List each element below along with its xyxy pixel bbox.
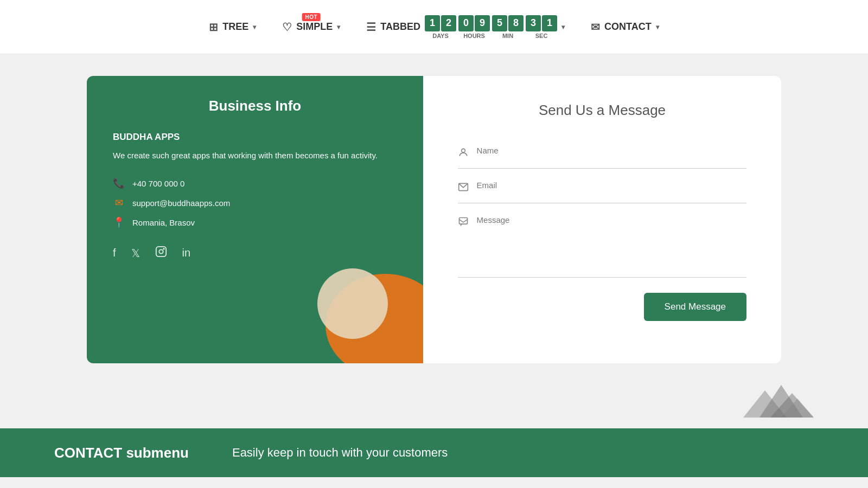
tabbed-chevron-icon: ▾ xyxy=(561,23,565,31)
tabbed-icon: ☰ xyxy=(366,21,376,34)
location-icon: 📍 xyxy=(113,216,125,228)
twitter-icon[interactable]: 𝕏 xyxy=(131,247,140,260)
nav-tree-label: TREE xyxy=(222,21,248,33)
countdown-sec-digits: 3 1 xyxy=(526,15,557,31)
phone-icon: 📞 xyxy=(113,177,125,189)
sec-label: SEC xyxy=(535,33,548,39)
countdown: 1 2 DAYS 0 9 HOURS 5 8 MIN xyxy=(425,15,557,39)
svg-rect-0 xyxy=(156,247,165,256)
email-address: support@buddhaapps.com xyxy=(132,198,230,208)
contact-info: 📞 +40 700 000 0 ✉ support@buddhaapps.com… xyxy=(113,177,397,228)
location-row: 📍 Romania, Brasov xyxy=(113,216,397,228)
hours-digit-1: 0 xyxy=(458,15,474,31)
footer: CONTACT submenu Easily keep in touch wit… xyxy=(0,428,868,477)
countdown-days-group: 1 2 DAYS xyxy=(425,15,456,39)
days-digit-1: 1 xyxy=(425,15,440,31)
email-icon: ✉ xyxy=(113,197,125,209)
company-description: We create such great apps that working w… xyxy=(113,149,397,162)
message-icon xyxy=(458,216,469,230)
tree-chevron-icon: ▾ xyxy=(253,23,256,31)
phone-number: +40 700 000 0 xyxy=(132,179,184,188)
name-input[interactable] xyxy=(477,146,746,155)
social-icons: f 𝕏 in xyxy=(113,246,397,260)
name-field-row xyxy=(458,138,746,169)
heart-icon: ♡ xyxy=(282,21,292,34)
send-button-row: Send Message xyxy=(458,293,746,321)
nav-contact-label: CONTACT xyxy=(604,21,652,33)
email-row: ✉ support@buddhaapps.com xyxy=(113,197,397,209)
svg-point-4 xyxy=(317,268,388,339)
svg-point-5 xyxy=(462,149,465,152)
simple-chevron-icon: ▾ xyxy=(337,23,340,31)
countdown-days-digits: 1 2 xyxy=(425,15,456,31)
contact-form-area: Send Us a Message xyxy=(423,76,781,363)
nav-tabbed-label: TABBED xyxy=(380,21,420,33)
company-name: BUDDHA APPS xyxy=(113,132,397,143)
sec-digit-1: 3 xyxy=(526,15,541,31)
email-field-icon xyxy=(458,182,469,195)
countdown-sec-group: 3 1 SEC xyxy=(526,15,557,39)
envelope-icon: ✉ xyxy=(591,21,600,34)
email-field-row xyxy=(458,173,746,203)
tree-icon: ⊞ xyxy=(209,21,218,34)
countdown-hours-digits: 0 9 xyxy=(458,15,490,31)
mountain-area xyxy=(0,374,868,418)
message-textarea[interactable] xyxy=(477,215,746,269)
svg-point-2 xyxy=(163,248,164,249)
message-field-row xyxy=(458,208,746,278)
footer-subtitle: Easily keep in touch with your customers xyxy=(232,446,448,460)
email-input[interactable] xyxy=(477,181,746,190)
user-icon xyxy=(458,147,469,160)
form-title: Send Us a Message xyxy=(458,102,746,119)
location-text: Romania, Brasov xyxy=(132,218,195,227)
hours-digit-2: 9 xyxy=(475,15,490,31)
phone-row: 📞 +40 700 000 0 xyxy=(113,177,397,189)
linkedin-icon[interactable]: in xyxy=(182,247,191,259)
navbar: ⊞ TREE ▾ HOT ♡ SIMPLE ▾ ☰ TABBED 1 2 DAY… xyxy=(0,0,868,54)
main-content: Business Info BUDDHA APPS We create such… xyxy=(54,54,814,374)
mountain-decoration xyxy=(727,374,835,418)
contact-chevron-icon: ▾ xyxy=(656,23,659,31)
days-digit-2: 2 xyxy=(441,15,456,31)
svg-point-1 xyxy=(159,249,163,253)
send-message-button[interactable]: Send Message xyxy=(644,293,746,321)
hot-badge: HOT xyxy=(302,13,321,21)
sec-digit-2: 1 xyxy=(542,15,557,31)
days-label: DAYS xyxy=(432,33,449,39)
countdown-min-group: 5 8 MIN xyxy=(492,15,524,39)
nav-simple[interactable]: HOT ♡ SIMPLE ▾ xyxy=(282,21,340,34)
nav-tabbed[interactable]: ☰ TABBED 1 2 DAYS 0 9 HOURS 5 xyxy=(366,15,565,39)
hours-label: HOURS xyxy=(463,33,485,39)
instagram-icon[interactable] xyxy=(155,246,167,260)
min-label: MIN xyxy=(502,33,513,39)
nav-tree[interactable]: ⊞ TREE ▾ xyxy=(209,21,256,34)
min-digit-2: 8 xyxy=(508,15,524,31)
countdown-min-digits: 5 8 xyxy=(492,15,524,31)
footer-title: CONTACT submenu xyxy=(54,445,189,461)
svg-point-3 xyxy=(326,274,423,363)
min-digit-1: 5 xyxy=(492,15,507,31)
countdown-hours-group: 0 9 HOURS xyxy=(458,15,490,39)
business-card-title: Business Info xyxy=(113,98,397,114)
nav-contact[interactable]: ✉ CONTACT ▾ xyxy=(591,21,659,34)
facebook-icon[interactable]: f xyxy=(113,247,116,259)
nav-simple-label: SIMPLE xyxy=(296,21,333,33)
business-card: Business Info BUDDHA APPS We create such… xyxy=(87,76,423,363)
